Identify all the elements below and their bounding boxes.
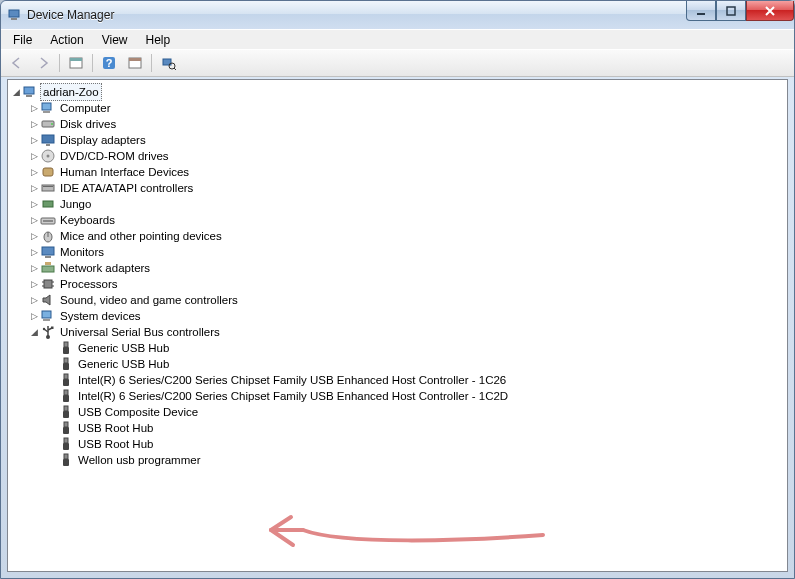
tree-device-node[interactable]: Intel(R) 6 Series/C200 Series Chipset Fa… [10,388,785,404]
tree-pane[interactable]: ◢adrian-Zoo▷Computer▷Disk drives▷Display… [7,79,788,572]
annotation-arrow [263,505,563,555]
sound-icon [40,292,56,308]
menu-view[interactable]: View [94,31,136,49]
usb-device-icon [58,340,74,356]
tree-category-node[interactable]: ▷Jungo [10,196,785,212]
toolbar-separator [151,54,152,72]
tree-category-label: Keyboards [58,212,117,228]
tree-category-node[interactable]: ▷Processors [10,276,785,292]
usb-device-icon [58,356,74,372]
maximize-button[interactable] [716,1,746,21]
tree-device-node[interactable]: Generic USB Hub [10,356,785,372]
svg-rect-58 [64,422,68,427]
expander-icon[interactable]: ▷ [28,292,40,308]
tree-category-label: Processors [58,276,120,292]
tree-category-node[interactable]: ▷System devices [10,308,785,324]
toolbar-separator [59,54,60,72]
expander-spacer [46,372,58,388]
expander-icon[interactable]: ▷ [28,260,40,276]
hid-icon [40,164,56,180]
expander-icon[interactable]: ▷ [28,228,40,244]
close-button[interactable] [746,1,794,21]
tree-category-node[interactable]: ▷IDE ATA/ATAPI controllers [10,180,785,196]
expander-icon[interactable]: ▷ [28,196,40,212]
processor-icon [40,276,56,292]
tree-category-node[interactable]: ▷Keyboards [10,212,785,228]
tree-category-label: Sound, video and game controllers [58,292,240,308]
svg-rect-13 [24,87,34,94]
tree-device-label: Intel(R) 6 Series/C200 Series Chipset Fa… [76,372,508,388]
svg-rect-47 [51,327,54,330]
tree-device-node[interactable]: USB Root Hub [10,436,785,452]
tree-device-node[interactable]: Wellon usb programmer [10,452,785,468]
usb-device-icon [58,388,74,404]
svg-rect-41 [43,319,50,321]
svg-rect-5 [70,58,82,61]
tree-root-node[interactable]: ◢adrian-Zoo [10,84,785,100]
expander-icon[interactable]: ◢ [28,324,40,340]
mouse-icon [40,228,56,244]
pc-root-icon [22,84,38,100]
tree-category-node[interactable]: ▷DVD/CD-ROM drives [10,148,785,164]
menu-action[interactable]: Action [42,31,91,49]
properties-button[interactable] [123,51,147,75]
expander-spacer [46,340,58,356]
tree-device-node[interactable]: USB Composite Device [10,404,785,420]
expander-spacer [46,436,58,452]
svg-rect-19 [42,135,54,143]
disk-icon [40,116,56,132]
tree-device-node[interactable]: USB Root Hub [10,420,785,436]
svg-rect-31 [42,247,54,255]
forward-button[interactable] [31,51,55,75]
menubar: File Action View Help [1,29,794,49]
tree-category-node[interactable]: ▷Human Interface Devices [10,164,785,180]
expander-icon[interactable]: ▷ [28,116,40,132]
tree-device-node[interactable]: Intel(R) 6 Series/C200 Series Chipset Fa… [10,372,785,388]
tree-category-node[interactable]: ▷Network adapters [10,260,785,276]
tree-category-node[interactable]: ▷Sound, video and game controllers [10,292,785,308]
svg-rect-52 [64,374,68,379]
tree-category-node[interactable]: ▷Display adapters [10,132,785,148]
menu-help[interactable]: Help [138,31,179,49]
expander-icon[interactable]: ▷ [28,132,40,148]
svg-rect-35 [44,280,52,288]
svg-rect-61 [63,443,69,450]
tree-device-label: Wellon usb programmer [76,452,203,468]
tree-category-node[interactable]: ◢Universal Serial Bus controllers [10,324,785,340]
titlebar[interactable]: Device Manager [1,1,794,29]
back-button[interactable] [5,51,29,75]
expander-icon[interactable]: ◢ [10,84,22,100]
svg-rect-59 [63,427,69,434]
window-title: Device Manager [27,8,114,22]
svg-rect-54 [64,390,68,395]
help-button[interactable]: ? [97,51,121,75]
tree-category-label: Computer [58,100,113,116]
tree-category-node[interactable]: ▷Computer [10,100,785,116]
expander-icon[interactable]: ▷ [28,148,40,164]
tree-category-node[interactable]: ▷Mice and other pointing devices [10,228,785,244]
expander-icon[interactable]: ▷ [28,212,40,228]
svg-line-12 [174,68,176,70]
usb-device-icon [58,404,74,420]
menu-file[interactable]: File [5,31,40,49]
tree-category-label: Display adapters [58,132,148,148]
expander-icon[interactable]: ▷ [28,276,40,292]
tree-category-node[interactable]: ▷Disk drives [10,116,785,132]
expander-icon[interactable]: ▷ [28,244,40,260]
tree-device-label: USB Root Hub [76,436,155,452]
expander-icon[interactable]: ▷ [28,164,40,180]
tree-device-node[interactable]: Generic USB Hub [10,340,785,356]
show-hidden-button[interactable] [64,51,88,75]
scan-hardware-button[interactable] [156,51,180,75]
expander-icon[interactable]: ▷ [28,180,40,196]
expander-icon[interactable]: ▷ [28,100,40,116]
tree-category-node[interactable]: ▷Monitors [10,244,785,260]
expander-icon[interactable]: ▷ [28,308,40,324]
expander-spacer [46,404,58,420]
jungo-icon [40,196,56,212]
expander-spacer [46,356,58,372]
svg-rect-34 [45,262,51,265]
minimize-button[interactable] [686,1,716,21]
svg-rect-20 [46,144,50,146]
svg-rect-60 [64,438,68,443]
